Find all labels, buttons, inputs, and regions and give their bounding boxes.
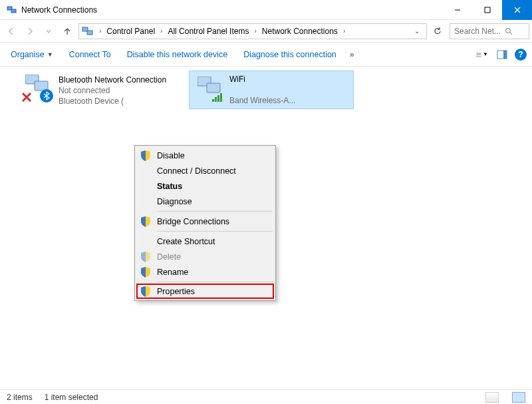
search-placeholder: Search Net... (454, 27, 501, 36)
svg-rect-27 (217, 95, 219, 102)
svg-rect-20 (503, 51, 507, 59)
svg-rect-18 (478, 57, 481, 57)
ctx-properties[interactable]: Properties (136, 284, 274, 299)
recent-dropdown[interactable] (40, 23, 57, 40)
svg-rect-24 (207, 83, 220, 93)
back-button[interactable] (3, 23, 20, 40)
adapter-bluetooth[interactable]: Bluetooth Network Connection Not connect… (19, 72, 184, 109)
help-button[interactable]: ? (515, 49, 527, 61)
details-view-button[interactable] (485, 392, 499, 403)
breadcrumb-item[interactable]: All Control Panel Items (166, 25, 250, 37)
svg-rect-28 (220, 93, 222, 102)
svg-rect-17 (478, 56, 481, 57)
svg-rect-11 (478, 52, 481, 53)
close-button[interactable] (502, 0, 532, 20)
adapter-device: Band Wireless-A... (229, 95, 295, 106)
svg-point-8 (506, 28, 511, 33)
chevron-down-icon: ▼ (47, 51, 53, 58)
svg-rect-10 (477, 52, 478, 53)
chevron-right-icon: › (158, 27, 165, 35)
svg-rect-7 (87, 31, 92, 35)
connect-to-button[interactable]: Connect To (64, 47, 116, 62)
svg-line-9 (510, 33, 512, 35)
svg-rect-13 (477, 54, 478, 55)
ctx-diagnose[interactable]: Diagnose (137, 194, 273, 209)
view-options-button[interactable]: ▼ (475, 47, 489, 62)
separator (157, 211, 273, 212)
disable-device-button[interactable]: Disable this network device (122, 47, 233, 62)
context-menu: Disable Connect / Disconnect Status Diag… (134, 145, 276, 301)
ctx-connect-disconnect[interactable]: Connect / Disconnect (137, 163, 273, 178)
maximize-button[interactable] (472, 0, 502, 20)
ctx-rename[interactable]: Rename (137, 264, 273, 280)
ctx-status[interactable]: Status (137, 178, 273, 194)
adapter-wifi[interactable]: WiFi Band Wireless-A... (189, 71, 354, 109)
chevron-down-icon[interactable]: ⌄ (410, 27, 424, 35)
bluetooth-adapter-icon (21, 75, 53, 102)
overflow-icon[interactable]: » (347, 50, 357, 59)
status-bar: 2 items 1 item selected (0, 389, 532, 404)
search-input[interactable]: Search Net... (450, 23, 529, 39)
adapter-status (229, 85, 295, 95)
adapter-name: Bluetooth Network Connection (59, 75, 166, 85)
separator (157, 231, 273, 232)
svg-rect-12 (478, 53, 481, 53)
refresh-button[interactable] (430, 23, 446, 39)
svg-rect-16 (477, 56, 478, 57)
search-icon (505, 27, 513, 35)
svg-rect-26 (215, 97, 217, 102)
content-area: Bluetooth Network Connection Not connect… (0, 67, 532, 389)
adapter-name: WiFi (229, 74, 295, 85)
up-button[interactable] (59, 23, 76, 40)
breadcrumb[interactable]: › Control Panel › All Control Panel Item… (78, 23, 427, 39)
separator (157, 282, 273, 282)
ctx-create-shortcut[interactable]: Create Shortcut (137, 234, 273, 249)
address-bar: › Control Panel › All Control Panel Item… (0, 20, 532, 43)
svg-rect-25 (212, 99, 214, 102)
wifi-adapter-icon (192, 74, 224, 102)
breadcrumb-item[interactable]: Control Panel (105, 25, 156, 37)
adapter-device: Bluetooth Device ( (59, 96, 166, 106)
adapter-status: Not connected (59, 85, 166, 96)
svg-rect-3 (485, 7, 490, 13)
svg-rect-15 (478, 55, 481, 55)
title-bar: Network Connections (0, 0, 532, 20)
diagnose-button[interactable]: Diagnose this connection (238, 47, 342, 62)
ctx-disable[interactable]: Disable (137, 148, 273, 163)
chevron-right-icon: › (96, 27, 104, 35)
organise-button[interactable]: Organise▼ (5, 47, 59, 62)
svg-rect-1 (11, 9, 16, 13)
toolbar: Organise▼ Connect To Disable this networ… (0, 43, 532, 67)
network-icon (82, 26, 94, 37)
chevron-right-icon: › (251, 27, 259, 35)
chevron-right-icon: › (340, 27, 348, 35)
preview-pane-button[interactable] (495, 47, 509, 62)
minimize-button[interactable] (442, 0, 472, 20)
ctx-bridge[interactable]: Bridge Connections (137, 214, 273, 229)
window-title: Network Connections (21, 5, 97, 15)
breadcrumb-item[interactable]: Network Connections (261, 25, 339, 37)
tiles-view-button[interactable] (512, 392, 525, 403)
forward-button[interactable] (21, 23, 39, 40)
selected-count: 1 item selected (45, 393, 98, 402)
svg-rect-14 (478, 54, 481, 55)
app-icon (7, 5, 17, 15)
ctx-delete: Delete (137, 249, 273, 264)
item-count: 2 items (7, 393, 33, 402)
